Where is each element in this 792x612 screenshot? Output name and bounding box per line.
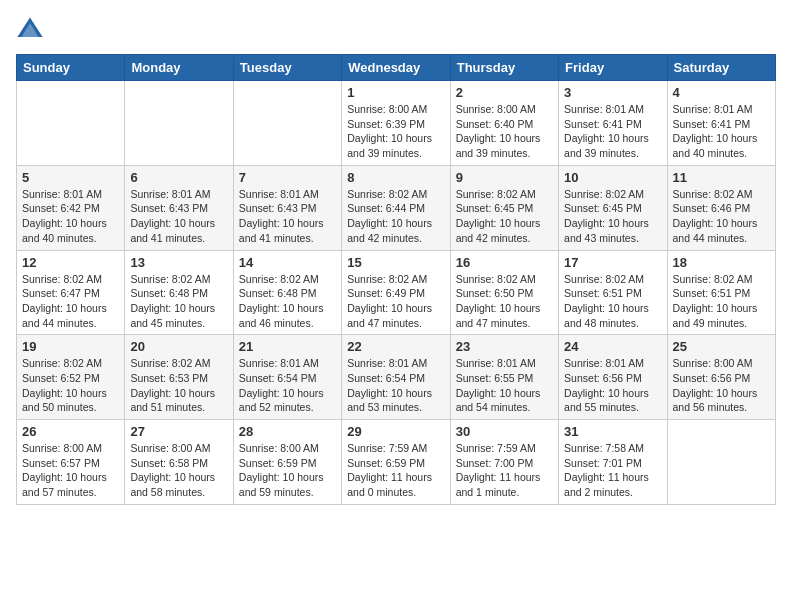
day-number: 22: [347, 339, 444, 354]
day-number: 29: [347, 424, 444, 439]
day-number: 8: [347, 170, 444, 185]
day-info: Sunrise: 8:01 AM Sunset: 6:55 PM Dayligh…: [456, 356, 553, 415]
day-info: Sunrise: 8:00 AM Sunset: 6:56 PM Dayligh…: [673, 356, 770, 415]
day-info: Sunrise: 8:02 AM Sunset: 6:52 PM Dayligh…: [22, 356, 119, 415]
day-number: 25: [673, 339, 770, 354]
calendar-cell: 3Sunrise: 8:01 AM Sunset: 6:41 PM Daylig…: [559, 81, 667, 166]
day-info: Sunrise: 8:02 AM Sunset: 6:51 PM Dayligh…: [673, 272, 770, 331]
calendar-cell: 21Sunrise: 8:01 AM Sunset: 6:54 PM Dayli…: [233, 335, 341, 420]
day-info: Sunrise: 8:02 AM Sunset: 6:44 PM Dayligh…: [347, 187, 444, 246]
calendar-cell: 7Sunrise: 8:01 AM Sunset: 6:43 PM Daylig…: [233, 165, 341, 250]
day-info: Sunrise: 8:02 AM Sunset: 6:46 PM Dayligh…: [673, 187, 770, 246]
day-info: Sunrise: 8:00 AM Sunset: 6:59 PM Dayligh…: [239, 441, 336, 500]
day-number: 16: [456, 255, 553, 270]
calendar-cell: 2Sunrise: 8:00 AM Sunset: 6:40 PM Daylig…: [450, 81, 558, 166]
calendar-cell: 5Sunrise: 8:01 AM Sunset: 6:42 PM Daylig…: [17, 165, 125, 250]
calendar-week-row: 12Sunrise: 8:02 AM Sunset: 6:47 PM Dayli…: [17, 250, 776, 335]
calendar-cell: 13Sunrise: 8:02 AM Sunset: 6:48 PM Dayli…: [125, 250, 233, 335]
day-info: Sunrise: 8:00 AM Sunset: 6:39 PM Dayligh…: [347, 102, 444, 161]
day-of-week-header: Sunday: [17, 55, 125, 81]
day-number: 12: [22, 255, 119, 270]
day-info: Sunrise: 7:59 AM Sunset: 6:59 PM Dayligh…: [347, 441, 444, 500]
day-number: 20: [130, 339, 227, 354]
day-number: 19: [22, 339, 119, 354]
calendar-cell: 24Sunrise: 8:01 AM Sunset: 6:56 PM Dayli…: [559, 335, 667, 420]
calendar-cell: [17, 81, 125, 166]
day-info: Sunrise: 8:01 AM Sunset: 6:54 PM Dayligh…: [239, 356, 336, 415]
day-info: Sunrise: 8:00 AM Sunset: 6:57 PM Dayligh…: [22, 441, 119, 500]
calendar-cell: 20Sunrise: 8:02 AM Sunset: 6:53 PM Dayli…: [125, 335, 233, 420]
day-info: Sunrise: 8:02 AM Sunset: 6:45 PM Dayligh…: [564, 187, 661, 246]
calendar-cell: 9Sunrise: 8:02 AM Sunset: 6:45 PM Daylig…: [450, 165, 558, 250]
day-number: 13: [130, 255, 227, 270]
calendar-week-row: 5Sunrise: 8:01 AM Sunset: 6:42 PM Daylig…: [17, 165, 776, 250]
day-of-week-header: Tuesday: [233, 55, 341, 81]
day-number: 15: [347, 255, 444, 270]
calendar-cell: [125, 81, 233, 166]
calendar-cell: 11Sunrise: 8:02 AM Sunset: 6:46 PM Dayli…: [667, 165, 775, 250]
day-info: Sunrise: 8:01 AM Sunset: 6:54 PM Dayligh…: [347, 356, 444, 415]
day-info: Sunrise: 8:02 AM Sunset: 6:53 PM Dayligh…: [130, 356, 227, 415]
day-number: 6: [130, 170, 227, 185]
day-info: Sunrise: 8:00 AM Sunset: 6:58 PM Dayligh…: [130, 441, 227, 500]
calendar-cell: 22Sunrise: 8:01 AM Sunset: 6:54 PM Dayli…: [342, 335, 450, 420]
day-info: Sunrise: 8:01 AM Sunset: 6:43 PM Dayligh…: [130, 187, 227, 246]
calendar-week-row: 1Sunrise: 8:00 AM Sunset: 6:39 PM Daylig…: [17, 81, 776, 166]
day-number: 27: [130, 424, 227, 439]
calendar-cell: 8Sunrise: 8:02 AM Sunset: 6:44 PM Daylig…: [342, 165, 450, 250]
calendar-cell: 15Sunrise: 8:02 AM Sunset: 6:49 PM Dayli…: [342, 250, 450, 335]
calendar-cell: 10Sunrise: 8:02 AM Sunset: 6:45 PM Dayli…: [559, 165, 667, 250]
day-info: Sunrise: 8:02 AM Sunset: 6:48 PM Dayligh…: [130, 272, 227, 331]
calendar-cell: 12Sunrise: 8:02 AM Sunset: 6:47 PM Dayli…: [17, 250, 125, 335]
day-number: 14: [239, 255, 336, 270]
day-info: Sunrise: 8:02 AM Sunset: 6:50 PM Dayligh…: [456, 272, 553, 331]
day-number: 17: [564, 255, 661, 270]
day-of-week-header: Saturday: [667, 55, 775, 81]
day-number: 11: [673, 170, 770, 185]
calendar-cell: 26Sunrise: 8:00 AM Sunset: 6:57 PM Dayli…: [17, 420, 125, 505]
day-number: 7: [239, 170, 336, 185]
logo: [16, 16, 48, 44]
day-info: Sunrise: 8:01 AM Sunset: 6:42 PM Dayligh…: [22, 187, 119, 246]
calendar-cell: 18Sunrise: 8:02 AM Sunset: 6:51 PM Dayli…: [667, 250, 775, 335]
day-number: 24: [564, 339, 661, 354]
day-of-week-header: Friday: [559, 55, 667, 81]
calendar-week-row: 19Sunrise: 8:02 AM Sunset: 6:52 PM Dayli…: [17, 335, 776, 420]
calendar-table: SundayMondayTuesdayWednesdayThursdayFrid…: [16, 54, 776, 505]
day-info: Sunrise: 7:58 AM Sunset: 7:01 PM Dayligh…: [564, 441, 661, 500]
day-info: Sunrise: 8:02 AM Sunset: 6:47 PM Dayligh…: [22, 272, 119, 331]
day-of-week-header: Monday: [125, 55, 233, 81]
calendar-cell: 4Sunrise: 8:01 AM Sunset: 6:41 PM Daylig…: [667, 81, 775, 166]
day-of-week-header: Thursday: [450, 55, 558, 81]
day-of-week-header: Wednesday: [342, 55, 450, 81]
day-number: 23: [456, 339, 553, 354]
day-info: Sunrise: 8:01 AM Sunset: 6:56 PM Dayligh…: [564, 356, 661, 415]
calendar-cell: 19Sunrise: 8:02 AM Sunset: 6:52 PM Dayli…: [17, 335, 125, 420]
calendar-cell: [667, 420, 775, 505]
calendar-cell: 14Sunrise: 8:02 AM Sunset: 6:48 PM Dayli…: [233, 250, 341, 335]
day-number: 3: [564, 85, 661, 100]
day-info: Sunrise: 8:00 AM Sunset: 6:40 PM Dayligh…: [456, 102, 553, 161]
day-number: 9: [456, 170, 553, 185]
calendar-cell: [233, 81, 341, 166]
logo-icon: [16, 16, 44, 44]
day-info: Sunrise: 8:01 AM Sunset: 6:43 PM Dayligh…: [239, 187, 336, 246]
day-number: 26: [22, 424, 119, 439]
calendar-cell: 28Sunrise: 8:00 AM Sunset: 6:59 PM Dayli…: [233, 420, 341, 505]
day-number: 4: [673, 85, 770, 100]
day-number: 5: [22, 170, 119, 185]
day-number: 30: [456, 424, 553, 439]
day-number: 28: [239, 424, 336, 439]
day-info: Sunrise: 8:02 AM Sunset: 6:49 PM Dayligh…: [347, 272, 444, 331]
calendar-cell: 17Sunrise: 8:02 AM Sunset: 6:51 PM Dayli…: [559, 250, 667, 335]
day-info: Sunrise: 8:02 AM Sunset: 6:51 PM Dayligh…: [564, 272, 661, 331]
calendar-cell: 30Sunrise: 7:59 AM Sunset: 7:00 PM Dayli…: [450, 420, 558, 505]
day-number: 1: [347, 85, 444, 100]
day-info: Sunrise: 8:01 AM Sunset: 6:41 PM Dayligh…: [673, 102, 770, 161]
day-number: 21: [239, 339, 336, 354]
day-number: 31: [564, 424, 661, 439]
day-info: Sunrise: 8:02 AM Sunset: 6:48 PM Dayligh…: [239, 272, 336, 331]
day-number: 18: [673, 255, 770, 270]
day-info: Sunrise: 8:02 AM Sunset: 6:45 PM Dayligh…: [456, 187, 553, 246]
calendar-week-row: 26Sunrise: 8:00 AM Sunset: 6:57 PM Dayli…: [17, 420, 776, 505]
